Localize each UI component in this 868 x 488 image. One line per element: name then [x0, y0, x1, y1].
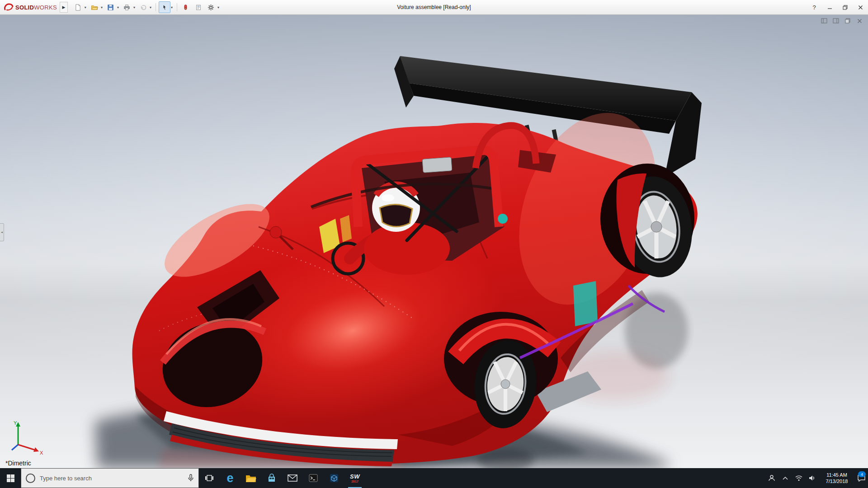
axis-x-label: X — [40, 450, 43, 455]
main-toolbar: ▾ ▾ ▾ ▾ ▾ ▾ ▾ — [72, 1, 221, 13]
toolbar-separator — [177, 3, 177, 11]
task-view-button[interactable] — [199, 468, 220, 488]
rearview-mirror — [422, 157, 452, 173]
edge-icon: e — [226, 472, 233, 484]
close-icon — [858, 5, 863, 10]
dropdown-caret[interactable]: ▾ — [117, 5, 119, 9]
people-icon — [768, 474, 775, 482]
file-explorer-button[interactable] — [241, 468, 261, 488]
people-button[interactable] — [765, 468, 778, 488]
orientation-triad: Y X — [6, 418, 45, 457]
search-input[interactable] — [39, 474, 184, 482]
titlebar: SOLIDWORKS ▶ ▾ ▾ ▾ ▾ ▾ ▾ — [0, 0, 868, 15]
document-window-controls — [820, 17, 863, 24]
cad-cube-icon — [330, 474, 339, 483]
dropdown-caret[interactable]: ▾ — [217, 5, 219, 9]
help-button[interactable]: ? — [807, 0, 822, 14]
dropdown-caret[interactable]: ▾ — [133, 5, 135, 9]
close-button[interactable] — [853, 0, 868, 14]
doc-close-button[interactable] — [855, 17, 863, 24]
command-prompt-button[interactable] — [303, 468, 324, 488]
file-properties-button[interactable] — [193, 1, 204, 13]
mail-envelope-icon — [288, 474, 297, 482]
folder-icon — [245, 474, 256, 483]
microphone-icon[interactable] — [188, 474, 194, 482]
dropdown-caret[interactable]: ▾ — [171, 5, 173, 9]
side-mirror — [270, 226, 282, 238]
restore-button[interactable] — [837, 0, 853, 14]
task-view-icon — [205, 474, 214, 482]
notification-badge: 4 — [858, 471, 866, 477]
mail-button[interactable] — [282, 468, 303, 488]
clock-date: 7/13/2018 — [826, 478, 848, 484]
doc-restore-button[interactable] — [844, 17, 852, 24]
windows-taskbar: e SW — [0, 468, 868, 488]
clock-time: 11:45 AM — [826, 472, 847, 478]
solidworks-app-icon: SW 2017 — [350, 474, 360, 483]
graphics-viewport[interactable]: ◂ Y X *Dimetric — [0, 14, 868, 468]
dropdown-caret[interactable]: ▾ — [101, 5, 103, 9]
system-tray: 11:45 AM 7/13/2018 4 — [765, 468, 868, 488]
store-button[interactable] — [261, 468, 282, 488]
view-orientation-label: *Dimetric — [5, 460, 31, 467]
undo-button[interactable] — [137, 1, 149, 13]
minimize-icon — [827, 5, 832, 10]
3d-model-view[interactable] — [0, 14, 868, 468]
edge-button[interactable]: e — [220, 468, 241, 488]
command-prompt-icon — [309, 474, 318, 482]
store-bag-icon — [267, 474, 276, 483]
cortana-icon — [26, 474, 35, 483]
restore-icon — [843, 5, 848, 10]
ds-logo-icon — [4, 3, 14, 12]
taskbar-search[interactable] — [21, 468, 199, 488]
window-title: Voiture assemblee [Read-only] — [397, 0, 471, 14]
speaker-icon — [809, 475, 816, 481]
options-button[interactable] — [205, 1, 217, 13]
solidworks-logo: SOLIDWORKS — [0, 3, 60, 12]
start-button[interactable] — [0, 468, 21, 488]
brand-text: SOLIDWORKS — [15, 4, 57, 11]
car-body[interactable] — [132, 94, 698, 464]
hidden-icons-button[interactable] — [778, 468, 792, 488]
side-window — [573, 281, 598, 326]
open-button[interactable] — [89, 1, 100, 13]
select-tool-button[interactable] — [159, 1, 170, 13]
collapsed-panel-tab[interactable]: ◂ — [0, 223, 4, 241]
toolbar-separator — [156, 3, 156, 11]
wifi-icon — [795, 475, 802, 481]
rebuild-button[interactable] — [180, 1, 192, 13]
save-button[interactable] — [105, 1, 117, 13]
window-controls: ? — [807, 0, 868, 14]
dropdown-caret[interactable]: ▾ — [85, 5, 86, 9]
minimize-button[interactable] — [822, 0, 837, 14]
toolbar-flyout-button[interactable]: ▶ — [60, 2, 68, 13]
cad-viewer-button[interactable] — [324, 468, 344, 488]
solidworks-app-button[interactable]: SW 2017 — [344, 468, 365, 488]
volume-button[interactable] — [806, 468, 819, 488]
new-document-button[interactable] — [72, 1, 84, 13]
chevron-up-icon — [783, 476, 788, 480]
taskbar-clock[interactable]: 11:45 AM 7/13/2018 — [819, 468, 854, 488]
print-button[interactable] — [121, 1, 133, 13]
network-button[interactable] — [792, 468, 806, 488]
action-center-button[interactable]: 4 — [854, 468, 868, 488]
dropdown-caret[interactable]: ▾ — [150, 5, 151, 9]
pane-preview-button[interactable] — [820, 17, 828, 24]
pane-display-button[interactable] — [832, 17, 840, 24]
windows-logo-icon — [7, 474, 14, 482]
axis-y-label: Y — [14, 420, 17, 426]
